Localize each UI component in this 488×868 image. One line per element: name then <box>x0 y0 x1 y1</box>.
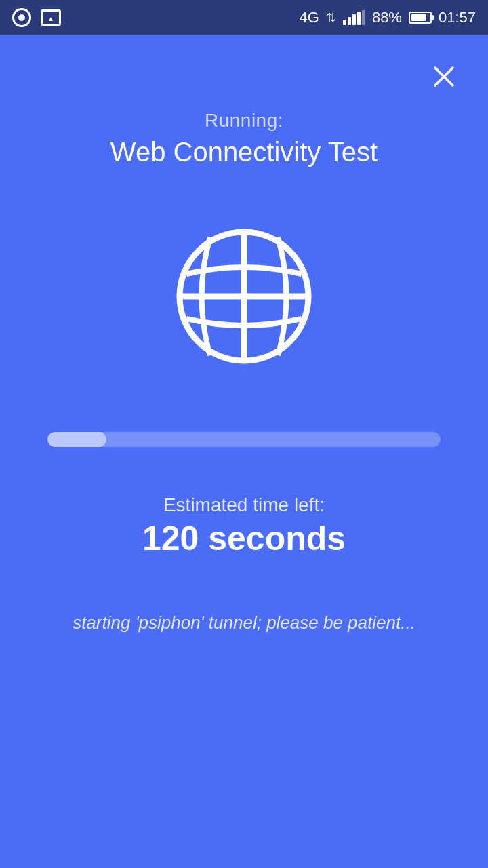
image-icon <box>41 9 61 26</box>
data-arrows-icon: ⇅ <box>326 10 336 25</box>
battery-icon <box>409 12 432 24</box>
running-label: Running: <box>205 110 283 132</box>
time-section: Estimated time left: 120 seconds <box>142 494 346 558</box>
signal-strength-icon <box>343 10 365 25</box>
status-bar: 4G ⇅ 88% 01:57 <box>0 0 488 35</box>
log-message: starting 'psiphon' tunnel; please be pat… <box>73 612 415 633</box>
network-type: 4G <box>300 9 319 26</box>
progress-fill <box>47 432 106 447</box>
time-value: 120 seconds <box>142 519 346 558</box>
notification-icon <box>12 8 31 27</box>
status-right-info: 4G ⇅ 88% 01:57 <box>300 9 476 26</box>
close-button[interactable] <box>427 60 461 94</box>
battery-percent: 88% <box>372 9 402 26</box>
main-content: Running: Web Connectivity Test Estimated… <box>0 35 488 868</box>
test-title: Web Connectivity Test <box>110 137 378 167</box>
estimated-label: Estimated time left: <box>142 494 346 516</box>
globe-icon <box>169 222 319 371</box>
progress-bar <box>47 432 441 447</box>
status-left-icons <box>12 8 61 27</box>
clock: 01:57 <box>439 9 476 26</box>
